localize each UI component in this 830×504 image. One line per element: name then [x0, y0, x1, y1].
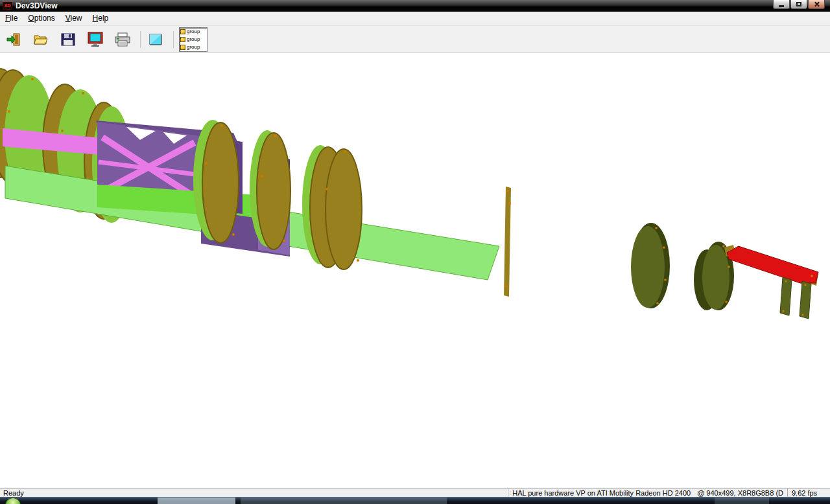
group-label: group: [187, 44, 200, 50]
red-wing: [724, 245, 818, 286]
open-folder-icon: [33, 32, 49, 47]
menu-view[interactable]: View: [60, 12, 88, 25]
printer-icon: [114, 32, 131, 47]
model-3d: [0, 53, 830, 488]
tail-stick: [504, 187, 511, 297]
close-icon: [814, 1, 820, 7]
group-icon: [180, 37, 185, 42]
status-bar: Ready HAL pure hardware VP on ATI Mobili…: [0, 488, 830, 497]
status-fps-pane: 9.62 fps: [787, 488, 830, 497]
status-mode: @ 940x499, X8R8G8B8 (D: [697, 489, 783, 497]
menu-file[interactable]: File: [0, 12, 23, 25]
exit-door-icon: [6, 32, 21, 47]
title-bar: 3D Dev3DView: [0, 0, 830, 12]
viewport-3d[interactable]: [0, 53, 830, 488]
fuselage-ribs-pair: [302, 145, 362, 269]
menu-view-accel: V: [65, 14, 71, 23]
minimize-icon: [779, 5, 784, 7]
close-button[interactable]: [808, 0, 825, 9]
save-floppy-icon: [60, 32, 76, 47]
toolbar-separator: [140, 31, 141, 48]
color-swatch-icon: [148, 32, 163, 47]
menu-help-rest: elp: [98, 14, 108, 23]
status-renderer: HAL pure hardware VP on ATI Mobility Rad…: [512, 489, 691, 497]
menu-help-accel: H: [93, 14, 99, 23]
menu-options[interactable]: Options: [23, 12, 60, 25]
group-label: group: [187, 36, 200, 42]
window-controls: [773, 0, 825, 9]
group-list-item[interactable]: group: [180, 43, 207, 51]
maximize-button[interactable]: [790, 0, 807, 9]
display-settings-button[interactable]: [86, 30, 105, 49]
app-icon: 3D: [3, 2, 12, 10]
toolbar: group group group: [0, 26, 830, 53]
menu-file-rest: ile: [10, 14, 18, 23]
display-icon: [87, 32, 104, 47]
start-button[interactable]: [5, 498, 21, 504]
exit-button[interactable]: [4, 30, 23, 49]
rear-discs: [631, 223, 734, 310]
status-fps: 9.62 fps: [792, 489, 817, 497]
background-color-button[interactable]: [146, 30, 165, 49]
menu-help[interactable]: Help: [88, 12, 114, 25]
taskbar-window-button[interactable]: [158, 498, 235, 504]
rear-posts: [780, 277, 811, 319]
taskbar-window-button[interactable]: [241, 498, 447, 504]
taskbar: [0, 497, 830, 504]
save-button[interactable]: [58, 30, 78, 49]
group-label: group: [187, 29, 200, 34]
menu-bar: File Options View Help: [0, 12, 830, 26]
status-ready: Ready: [0, 489, 24, 497]
group-list-item[interactable]: group: [180, 28, 207, 36]
maximize-icon: [796, 2, 801, 6]
group-list[interactable]: group group group: [179, 27, 208, 52]
status-right-panes: HAL pure hardware VP on ATI Mobility Rad…: [508, 488, 830, 497]
group-icon: [180, 45, 185, 50]
minimize-button[interactable]: [773, 0, 790, 9]
window-title: Dev3DView: [16, 1, 57, 10]
menu-view-rest: iew: [71, 14, 82, 23]
status-renderer-pane: HAL pure hardware VP on ATI Mobility Rad…: [508, 488, 787, 497]
toolbar-separator: [173, 31, 174, 48]
menu-options-accel: O: [28, 14, 34, 23]
system-tray[interactable]: [715, 498, 769, 504]
open-button[interactable]: [31, 30, 51, 49]
group-icon: [180, 29, 185, 34]
print-button[interactable]: [113, 30, 132, 49]
menu-options-rest: ptions: [34, 14, 55, 23]
group-list-item[interactable]: group: [180, 36, 207, 43]
